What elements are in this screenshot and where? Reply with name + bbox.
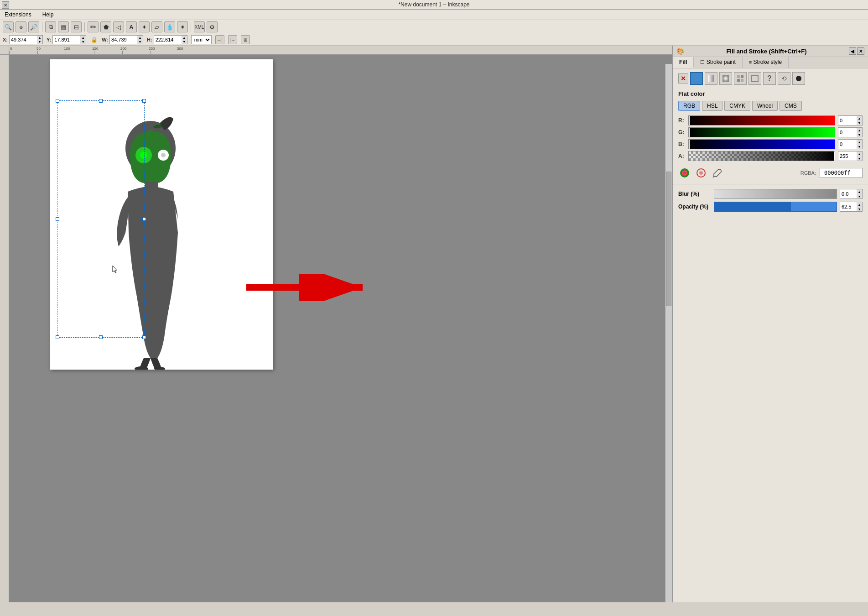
opacity-value-box[interactable]: ▲ ▼ — [840, 202, 863, 212]
opacity-slider[interactable] — [714, 202, 837, 212]
w-up[interactable]: ▲ — [137, 36, 143, 40]
fill-swatch-btn[interactable] — [748, 72, 761, 85]
palette-btn[interactable] — [695, 167, 707, 179]
color-wheel-preview[interactable] — [678, 167, 691, 179]
a-up[interactable]: ▲ — [857, 151, 862, 156]
ungroup-btn[interactable]: ⊟ — [71, 21, 82, 32]
tab-stroke-style[interactable]: ≡ Stroke style — [743, 57, 789, 68]
blur-value-box[interactable]: ▲ ▼ — [840, 189, 863, 199]
zoom-in-btn[interactable]: 🔍 — [3, 21, 14, 32]
xml-btn[interactable]: XML — [194, 21, 205, 32]
a-slider[interactable] — [688, 151, 835, 161]
h-down[interactable]: ▼ — [182, 40, 187, 44]
mode-cmyk[interactable]: CMYK — [724, 101, 750, 111]
rgba-value[interactable] — [820, 168, 863, 178]
tab-fill[interactable]: Fill — [673, 57, 694, 68]
x-field[interactable] — [10, 36, 37, 44]
opacity-field[interactable] — [840, 202, 857, 211]
w-field[interactable] — [110, 36, 137, 44]
x-input[interactable]: ▲ ▼ — [9, 35, 43, 44]
transform3-btn[interactable]: ⊞ — [241, 35, 250, 44]
r-field[interactable] — [838, 116, 857, 125]
menu-help[interactable]: Help — [41, 10, 56, 19]
mode-cms[interactable]: CMS — [780, 101, 802, 111]
opacity-down[interactable]: ▼ — [857, 207, 862, 211]
eyedropper-btn[interactable] — [711, 167, 724, 179]
w-down[interactable]: ▼ — [137, 40, 143, 44]
dropper-btn[interactable]: 💧 — [164, 21, 175, 32]
b-field[interactable] — [838, 140, 857, 149]
mode-hsl[interactable]: HSL — [702, 101, 722, 111]
mode-rgb[interactable]: RGB — [678, 101, 700, 111]
g-up[interactable]: ▲ — [857, 128, 862, 132]
text-btn[interactable]: A — [126, 21, 137, 32]
x-up[interactable]: ▲ — [37, 36, 42, 40]
group-btn[interactable]: ▦ — [58, 21, 69, 32]
b-down[interactable]: ▼ — [857, 144, 862, 149]
fill-radial-btn[interactable] — [719, 72, 732, 85]
w-input[interactable]: ▲ ▼ — [109, 35, 143, 44]
h-up[interactable]: ▲ — [182, 36, 187, 40]
b-up[interactable]: ▲ — [857, 140, 862, 144]
a-down[interactable]: ▼ — [857, 156, 862, 161]
transform2-btn[interactable]: |→ — [228, 35, 237, 44]
b-input[interactable]: ▲ ▼ — [838, 139, 863, 149]
doc-props-btn[interactable]: ⚙ — [207, 21, 218, 32]
y-spinners: ▲ ▼ — [80, 36, 86, 44]
path-btn[interactable]: ◁ — [113, 21, 124, 32]
opacity-up[interactable]: ▲ — [857, 202, 862, 207]
a-input[interactable]: ▲ ▼ — [838, 151, 863, 161]
fill-linear-btn[interactable] — [705, 72, 717, 85]
blur-down[interactable]: ▼ — [857, 194, 862, 198]
blur-field[interactable] — [840, 189, 857, 198]
tab-stroke-paint[interactable]: ☐ Stroke paint — [694, 57, 742, 68]
panel-collapse-btn[interactable]: ◀ — [849, 47, 856, 55]
rgba-field[interactable] — [823, 169, 859, 177]
h-input[interactable]: ▲ ▼ — [154, 35, 187, 44]
star-btn[interactable]: ✦ — [139, 21, 150, 32]
blur-opacity-section: Blur (%) ▲ ▼ Opacity (%) — [673, 186, 868, 214]
g-field[interactable] — [838, 128, 857, 137]
unit-select[interactable]: mm px cm in — [191, 35, 212, 44]
gradient-btn[interactable]: ▱ — [151, 21, 162, 32]
g-down[interactable]: ▼ — [857, 132, 862, 137]
r-up[interactable]: ▲ — [857, 116, 862, 120]
x-down[interactable]: ▼ — [37, 40, 42, 44]
canvas-viewport[interactable] — [9, 55, 672, 602]
panel-close-btn[interactable]: ✕ — [857, 47, 864, 55]
fill-unknown-btn[interactable]: ? — [763, 72, 776, 85]
a-field[interactable] — [838, 151, 857, 161]
spray-btn[interactable]: ⁕ — [177, 21, 188, 32]
blur-slider[interactable] — [714, 189, 837, 199]
fill-flat-btn[interactable] — [690, 72, 703, 85]
fill-unset2-btn[interactable] — [792, 72, 805, 85]
r-slider[interactable] — [688, 115, 835, 125]
duplicate-btn[interactable]: ⧉ — [45, 21, 56, 32]
mode-wheel[interactable]: Wheel — [752, 101, 778, 111]
transform1-btn[interactable]: →| — [215, 35, 224, 44]
r-input[interactable]: ▲ ▼ — [838, 115, 863, 125]
h-field[interactable] — [154, 36, 182, 44]
g-slider[interactable] — [688, 127, 835, 137]
scrollbar-thumb[interactable] — [666, 172, 671, 306]
close-button[interactable]: ✕ — [2, 1, 9, 9]
b-slider[interactable] — [688, 139, 835, 149]
zoom-out-btn[interactable]: 🔎 — [28, 21, 39, 32]
r-down[interactable]: ▼ — [857, 120, 862, 125]
fill-pattern-btn[interactable] — [734, 72, 747, 85]
g-input[interactable]: ▲ ▼ — [838, 127, 863, 137]
fill-unset-btn[interactable]: ⟲ — [778, 72, 790, 85]
node-btn[interactable]: ⬟ — [100, 21, 111, 32]
pencil-btn[interactable]: ✏ — [88, 21, 99, 32]
blur-up[interactable]: ▲ — [857, 189, 862, 194]
vertical-scrollbar[interactable] — [665, 64, 672, 602]
menu-extensions[interactable]: Extensions — [3, 10, 33, 19]
canvas-area[interactable]: 0 50 100 150 200 250 300 — [0, 46, 672, 602]
y-up[interactable]: ▲ — [80, 36, 86, 40]
y-down[interactable]: ▼ — [80, 40, 86, 44]
zoom-fit-btn[interactable]: ⊕ — [16, 21, 26, 32]
y-input[interactable]: ▲ ▼ — [52, 35, 86, 44]
lock-proportions[interactable]: 🔒 — [90, 36, 98, 44]
fill-none-btn[interactable]: ✕ — [678, 73, 688, 84]
y-field[interactable] — [53, 36, 80, 44]
